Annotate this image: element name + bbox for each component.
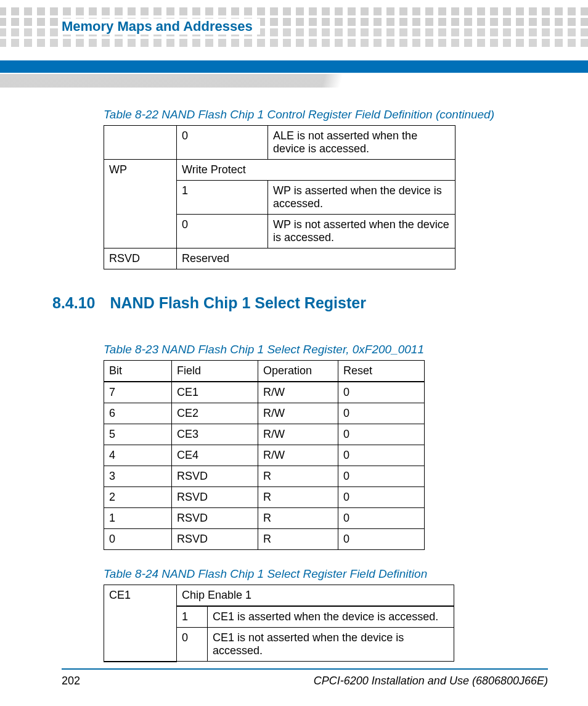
table-row: 5CE3R/W0	[104, 424, 425, 445]
table-row: WP Write Protect	[104, 160, 455, 181]
table-824: CE1 Chip Enable 1 1 CE1 is asserted when…	[104, 585, 454, 662]
section-title: NAND Flash Chip 1 Select Register	[110, 294, 366, 312]
table-row: 4CE4R/W0	[104, 445, 425, 466]
section-number: 8.4.10	[52, 294, 96, 312]
chapter-title: Memory Maps and Addresses	[62, 18, 253, 34]
table-823: Bit Field Operation Reset 7CE1R/W0 6CE2R…	[104, 360, 425, 550]
table-row: RSVD Reserved	[104, 248, 455, 269]
table-header-row: Bit Field Operation Reset	[104, 361, 425, 382]
table-row: 7CE1R/W0	[104, 382, 425, 403]
table-row: 2RSVDR0	[104, 487, 425, 508]
table-822-caption: Table 8-22 NAND Flash Chip 1 Control Reg…	[104, 108, 526, 121]
table-row: 6CE2R/W0	[104, 403, 425, 424]
section-heading: 8.4.10 NAND Flash Chip 1 Select Register	[52, 294, 526, 312]
header-gray-wedge	[0, 74, 588, 88]
table-823-caption: Table 8-23 NAND Flash Chip 1 Select Regi…	[104, 343, 526, 356]
table-row: 3RSVDR0	[104, 466, 425, 487]
doc-id: CPCI-6200 Installation and Use (6806800J…	[314, 675, 548, 688]
table-row: CE1 Chip Enable 1	[104, 585, 454, 607]
chapter-title-wrap: Memory Maps and Addresses	[62, 18, 260, 35]
table-row: 1RSVDR0	[104, 508, 425, 529]
page-number: 202	[62, 675, 80, 688]
table-822: 0 ALE is not asserted when the device is…	[104, 125, 455, 269]
table-row: 0RSVDR0	[104, 529, 425, 550]
table-824-caption: Table 8-24 NAND Flash Chip 1 Select Regi…	[104, 567, 526, 581]
header-blue-bar	[0, 60, 588, 73]
table-row: 0 ALE is not asserted when the device is…	[104, 126, 455, 160]
page-footer: 202 CPCI-6200 Installation and Use (6806…	[62, 668, 548, 688]
